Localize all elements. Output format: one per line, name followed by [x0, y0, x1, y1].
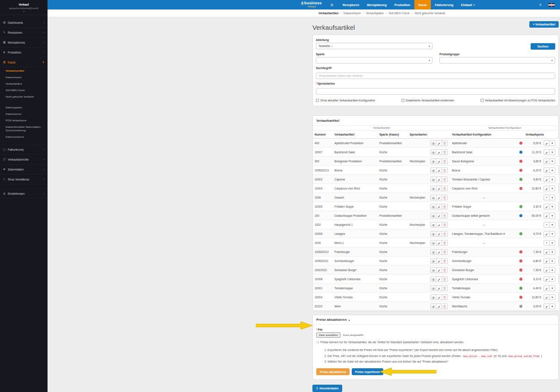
sidebar-item-produktion[interactable]: ◈Produktion‹	[0, 47, 48, 57]
view-button[interactable]	[430, 267, 436, 273]
config-menu-button[interactable]: ▾	[549, 222, 555, 228]
add-config-button[interactable]: +	[544, 222, 550, 228]
edit-config-button[interactable]	[544, 267, 550, 273]
edit-button[interactable]	[436, 158, 442, 164]
edit-button[interactable]	[436, 140, 442, 146]
delete-button[interactable]	[442, 186, 448, 191]
preise-aktualisieren-button[interactable]: Preise aktualisieren	[316, 368, 350, 375]
view-button[interactable]	[430, 149, 436, 155]
topbar-nav-kasse[interactable]: Kasse	[414, 0, 431, 9]
edit-button[interactable]	[436, 285, 442, 291]
config-menu-button[interactable]: ▾	[549, 231, 555, 237]
language-flag-icon[interactable]	[548, 3, 555, 7]
view-button[interactable]	[430, 177, 436, 182]
view-button[interactable]	[430, 240, 436, 246]
view-button[interactable]	[430, 294, 436, 300]
checkbox-verkaufsartikel-mit-abweichungen-zu-pos-verkaufsorten[interactable]: Verkaufsartikel mit Abweichungen zu POS …	[480, 99, 555, 102]
delete-button[interactable]	[442, 294, 448, 300]
preise-panel-header[interactable]: Preise aktualisieren ▴	[313, 315, 558, 325]
edit-config-button[interactable]	[544, 249, 550, 255]
delete-button[interactable]	[442, 195, 448, 200]
config-menu-button[interactable]: ▾	[549, 168, 555, 173]
config-menu-button[interactable]: ▾	[549, 195, 555, 200]
subnav-nicht-gebuchte-verkäufe[interactable]: Nicht gebuchte Verkäufe	[415, 12, 445, 15]
topbar-nav-einkauf[interactable]: Einkauf↗	[457, 0, 479, 9]
subnav-verkaufsartikel[interactable]: Verkaufsartikel	[318, 12, 338, 15]
config-menu-button[interactable]: ▾	[549, 186, 555, 191]
sidebar-subitem-verkaufspläne[interactable]: Verkaufspläne	[0, 80, 48, 87]
delete-button[interactable]	[442, 222, 448, 228]
topbar-nav-menüplanung[interactable]: Menüplanung	[363, 0, 391, 9]
edit-config-button[interactable]	[544, 231, 550, 237]
view-button[interactable]	[430, 303, 436, 309]
app-logo[interactable]: business Verkauf	[302, 1, 322, 8]
view-button[interactable]	[430, 195, 436, 200]
sidebar-subitem-zahlungsarten[interactable]: Zahlungsarten	[0, 104, 48, 111]
view-button[interactable]	[430, 213, 436, 218]
config-menu-button[interactable]: ▾	[549, 149, 555, 155]
delete-button[interactable]	[442, 267, 448, 273]
edit-config-button[interactable]	[544, 204, 550, 209]
edit-config-button[interactable]	[544, 177, 550, 182]
checkbox-deaktivierte-verkaufsartikel-einblenden[interactable]: Deaktivierte Verkaufsartikel einblenden	[401, 99, 454, 102]
config-menu-button[interactable]: ▾	[549, 158, 555, 164]
checkbox-box[interactable]	[316, 99, 319, 102]
edit-config-button[interactable]	[544, 186, 550, 191]
topbar-nav-fakturierung[interactable]: Fakturierung	[431, 0, 457, 9]
delete-button[interactable]	[442, 276, 448, 282]
subnav-kassenimport[interactable]: Kassenimport	[344, 12, 361, 15]
edit-button[interactable]	[436, 222, 442, 228]
sidebar-item-shop-verwaltung[interactable]: ◇Shop Verwaltung‹	[0, 174, 48, 184]
view-button[interactable]	[430, 231, 436, 237]
config-menu-button[interactable]: ▾	[549, 267, 555, 273]
config-menu-button[interactable]: ▾	[549, 140, 555, 146]
file-choose-button[interactable]: Datei auswählen	[316, 332, 340, 338]
edit-config-button[interactable]	[544, 294, 550, 300]
config-menu-button[interactable]: ▾	[549, 240, 555, 246]
add-verkaufsartikel-button[interactable]: + Verkaufsartikel	[529, 21, 559, 28]
delete-button[interactable]	[442, 258, 448, 264]
produktgruppe-select[interactable]: ▾	[439, 57, 555, 63]
download-button[interactable]: ↧ Herunterladen	[312, 385, 342, 392]
edit-config-button[interactable]	[544, 258, 550, 264]
sidebar-item-fakturierung[interactable]: ▢Fakturierung‹	[0, 145, 48, 155]
delete-button[interactable]	[442, 231, 448, 237]
view-button[interactable]	[430, 186, 436, 191]
add-config-button[interactable]: +	[544, 240, 550, 246]
delete-button[interactable]	[442, 168, 448, 173]
edit-button[interactable]	[436, 303, 442, 309]
delete-button[interactable]	[442, 158, 448, 164]
search-button[interactable]: Suchen	[531, 43, 555, 50]
config-menu-button[interactable]: ▾	[549, 276, 555, 282]
edit-button[interactable]	[436, 149, 442, 155]
edit-config-button[interactable]	[544, 285, 550, 291]
delete-button[interactable]	[442, 149, 448, 155]
view-button[interactable]	[430, 140, 436, 146]
view-button[interactable]	[430, 204, 436, 209]
delete-button[interactable]	[442, 249, 448, 255]
checkbox-ohne-aktueller-verkaufsartikel-konfiguration[interactable]: Ohne aktueller Verkaufsartikel-Konfigura…	[316, 99, 375, 102]
config-menu-button[interactable]: ▾	[549, 258, 555, 264]
view-button[interactable]	[430, 222, 436, 228]
edit-config-button[interactable]	[544, 303, 550, 309]
edit-config-button[interactable]	[544, 149, 550, 155]
delete-button[interactable]	[442, 285, 448, 291]
sparte-select[interactable]: ▾	[316, 57, 433, 63]
sidebar-item-dashboards[interactable]: ▤Dashboards‹	[0, 18, 48, 28]
topbar-nav-produktion[interactable]: Produktion	[391, 0, 414, 9]
hamburger-menu-icon[interactable]: ≡	[331, 2, 333, 7]
preise-exportieren-button[interactable]: Preise exportieren	[352, 368, 383, 375]
edit-button[interactable]	[436, 240, 442, 246]
edit-button[interactable]	[436, 267, 442, 273]
view-button[interactable]	[430, 158, 436, 164]
edit-button[interactable]	[436, 168, 442, 173]
view-button[interactable]	[430, 168, 436, 173]
delete-button[interactable]	[442, 177, 448, 182]
edit-button[interactable]	[436, 186, 442, 191]
speisekarten-input[interactable]	[316, 88, 555, 95]
sidebar-subitem-nicht-gebuchte-verkäufe[interactable]: Nicht gebuchte Verkäufe	[0, 93, 48, 100]
sidebar-subitem-verkaufsartikel[interactable]: Verkaufsartikel	[0, 67, 48, 74]
checkbox-box[interactable]	[401, 99, 404, 102]
delete-button[interactable]	[442, 240, 448, 246]
edit-button[interactable]	[436, 204, 442, 209]
